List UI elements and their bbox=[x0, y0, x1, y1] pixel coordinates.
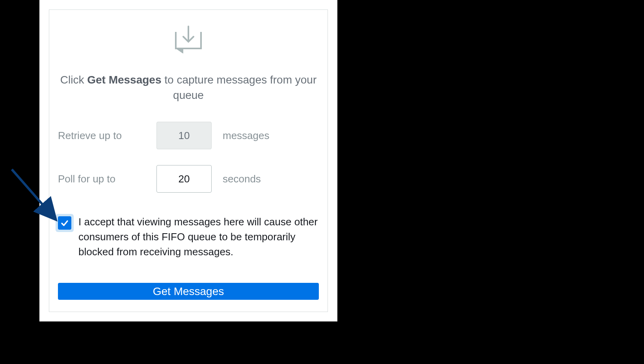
panel-frame: Click Get Messages to capture messages f… bbox=[49, 9, 328, 312]
retrieve-row: Retrieve up to messages bbox=[58, 122, 319, 149]
retrieve-label-right: messages bbox=[223, 130, 270, 142]
get-messages-panel: Click Get Messages to capture messages f… bbox=[39, 0, 337, 321]
accept-row: I accept that viewing messages here will… bbox=[58, 215, 319, 259]
poll-row: Poll for up to seconds bbox=[58, 165, 319, 193]
instruction-text: Click Get Messages to capture messages f… bbox=[58, 72, 319, 103]
get-messages-button[interactable]: Get Messages bbox=[58, 283, 319, 300]
instruction-post: to capture messages from your queue bbox=[162, 74, 317, 101]
retrieve-label-left: Retrieve up to bbox=[58, 130, 156, 142]
accept-text: I accept that viewing messages here will… bbox=[78, 215, 319, 259]
retrieve-count-input bbox=[156, 122, 212, 149]
accept-checkbox[interactable] bbox=[58, 216, 71, 230]
check-icon bbox=[61, 219, 69, 227]
instruction-pre: Click bbox=[60, 74, 87, 86]
inbox-download-icon bbox=[58, 26, 319, 60]
instruction-bold: Get Messages bbox=[87, 74, 161, 86]
poll-label-left: Poll for up to bbox=[58, 173, 156, 185]
poll-label-right: seconds bbox=[223, 173, 261, 185]
poll-seconds-input[interactable] bbox=[156, 165, 212, 193]
